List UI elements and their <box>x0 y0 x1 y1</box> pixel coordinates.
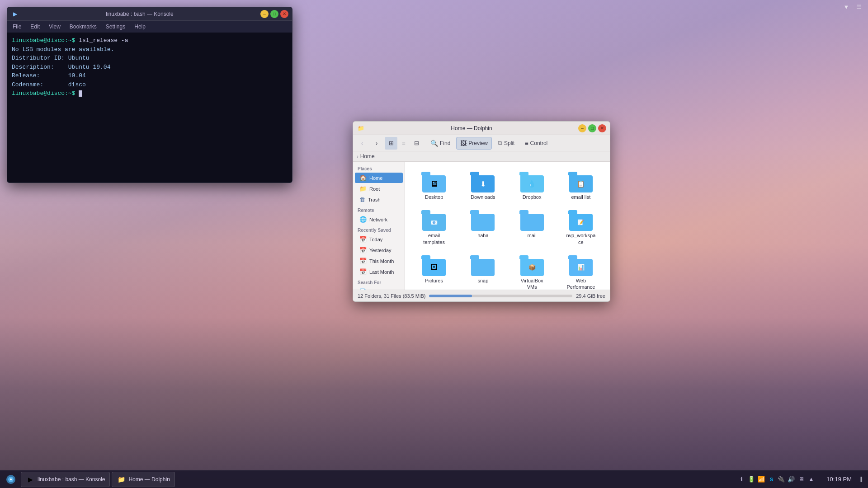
file-item-desktop[interactable]: 🖥 Desktop <box>410 167 458 204</box>
sidebar-item-lastmonth[interactable]: 📅 Last Month <box>355 267 403 277</box>
terminal-maximize-btn[interactable]: □ <box>270 10 278 18</box>
terminal-window: ▶ linuxbabe : bash — Konsole – □ ✕ File … <box>7 7 292 183</box>
preview-icon: 🖼 <box>460 140 467 147</box>
sidebar-item-yesterday[interactable]: 📅 Yesterday <box>355 245 403 255</box>
control-btn[interactable]: ≡ Control <box>520 137 552 150</box>
file-item-snap[interactable]: snap <box>459 251 506 290</box>
konsole-label: linuxbabe : bash — Konsole <box>38 476 105 483</box>
sidebar-item-root[interactable]: 📁 Root <box>355 183 403 194</box>
file-name-pictures: Pictures <box>425 277 443 284</box>
sidebar-today-label: Today <box>369 237 382 242</box>
sidebar-item-network[interactable]: 🌐 Network <box>355 214 403 225</box>
dolphin-minimize-btn[interactable]: – <box>578 124 586 132</box>
tray-battery-icon[interactable]: 🔋 <box>747 475 755 483</box>
tray-network-icon[interactable]: 📶 <box>757 475 765 483</box>
taskbar-left: ▶ linuxbabe : bash — Konsole 📁 Home — Do… <box>3 472 175 487</box>
file-item-haha[interactable]: haha <box>459 206 506 249</box>
file-name-haha: haha <box>477 232 488 239</box>
folder-icon-pictures: 🖼 <box>421 254 447 276</box>
file-item-emailtemplates[interactable]: 📧 email templates <box>410 206 458 249</box>
terminal-output[interactable]: linuxbabe@disco:~$ lsl_release -a No LSB… <box>7 33 292 183</box>
taskbar: ▶ linuxbabe : bash — Konsole 📁 Home — Do… <box>0 470 868 488</box>
dolphin-taskbar-icon: 📁 <box>117 475 126 484</box>
find-btn[interactable]: 🔍 Find <box>426 137 454 150</box>
folder-icon-snap <box>470 254 495 276</box>
folder-icon-emaillist: 📋 <box>568 171 594 192</box>
view-compact-btn[interactable]: ⊟ <box>410 137 423 150</box>
nav-back-btn[interactable]: ‹ <box>356 137 368 150</box>
terminal-title: linuxbabe : bash — Konsole <box>22 11 258 17</box>
file-name-desktop: Desktop <box>425 194 443 200</box>
taskbar-clock[interactable]: 10:19 PM <box>822 476 856 483</box>
dolphin-body: Places 🏠 Home 📁 Root 🗑 Trash Remote 🌐 Ne… <box>353 162 610 290</box>
file-item-dropbox[interactable]: 💧 Dropbox <box>509 167 556 204</box>
file-name-virtualbox: VirtualBox VMs <box>516 277 548 290</box>
view-mode-btns: ⊞ ≡ ⊟ <box>385 137 423 150</box>
terminal-menu-file[interactable]: File <box>11 23 23 31</box>
sidebar-places-label: Places <box>353 164 405 172</box>
statusbar-text: 12 Folders, 31 Files (83.5 MiB) <box>358 293 425 299</box>
terminal-menu-bookmarks[interactable]: Bookmarks <box>68 23 99 31</box>
terminal-menu-edit[interactable]: Edit <box>28 23 42 31</box>
dolphin-close-btn[interactable]: ✕ <box>598 124 606 132</box>
view-details-btn[interactable]: ≡ <box>397 137 410 150</box>
sidebar-item-documents[interactable]: 📄 Documents <box>355 286 403 290</box>
file-item-webperformance[interactable]: 📊 Web Performance <box>557 251 604 290</box>
taskbar-start-btn[interactable] <box>3 472 19 487</box>
terminal-menu-settings[interactable]: Settings <box>104 23 127 31</box>
sidebar-lastmonth-label: Last Month <box>369 269 394 275</box>
sidebar-item-trash[interactable]: 🗑 Trash <box>355 194 403 205</box>
dolphin-window-controls: – □ ✕ <box>578 124 606 132</box>
terminal-icon: ▶ <box>11 10 19 18</box>
taskbar-konsole-app[interactable]: ▶ linuxbabe : bash — Konsole <box>21 472 110 487</box>
tray-volume-icon[interactable]: 🔊 <box>787 475 795 483</box>
file-item-pictures[interactable]: 🖼 Pictures <box>410 251 458 290</box>
file-name-emailtemplates: email templates <box>418 232 450 245</box>
folder-icon-downloads: ⬇ <box>470 171 495 192</box>
breadcrumb-arrow: › <box>357 154 359 159</box>
sidebar-searchfor-label: Search For <box>353 277 405 286</box>
file-grid: 🖥 Desktop ⬇ Downloads <box>409 165 606 290</box>
file-item-emaillist[interactable]: 📋 email list <box>557 167 604 204</box>
file-name-mail: mail <box>528 232 537 239</box>
taskbar-show-desktop[interactable]: ▌ <box>859 472 865 487</box>
folder-icon-haha <box>470 209 495 231</box>
tray-skype-icon[interactable]: S <box>767 475 775 483</box>
sidebar-item-today[interactable]: 📅 Today <box>355 234 403 244</box>
file-name-snap: snap <box>477 277 488 284</box>
tray-network2-icon[interactable]: 🔌 <box>777 475 785 483</box>
svg-point-2 <box>10 479 12 480</box>
network-icon: 🌐 <box>359 216 367 223</box>
lastmonth-icon: 📅 <box>359 268 367 275</box>
sidebar-trash-label: Trash <box>368 197 381 202</box>
breadcrumb-home[interactable]: Home <box>360 153 375 160</box>
tray-display-icon[interactable]: 🖥 <box>797 475 805 483</box>
dolphin-maximize-btn[interactable]: □ <box>588 124 596 132</box>
dolphin-file-area[interactable]: 🖥 Desktop ⬇ Downloads <box>405 162 610 290</box>
statusbar-fill <box>429 295 472 297</box>
tray-expand-icon[interactable]: ▲ <box>807 475 815 483</box>
yesterday-icon: 📅 <box>359 247 367 253</box>
nav-forward-btn[interactable]: › <box>370 137 383 150</box>
file-item-virtualbox[interactable]: 📦 VirtualBox VMs <box>509 251 556 290</box>
taskbar-right: ℹ 🔋 📶 S 🔌 🔊 🖥 ▲ 10:19 PM ▌ <box>734 472 865 487</box>
desktop-menu[interactable]: ☰ <box>854 1 864 12</box>
sidebar-item-home[interactable]: 🏠 Home <box>355 173 403 183</box>
terminal-minimize-btn[interactable]: – <box>260 10 269 18</box>
kde-logo <box>5 474 16 485</box>
file-item-downloads[interactable]: ⬇ Downloads <box>459 167 506 204</box>
taskbar-dolphin-app[interactable]: 📁 Home — Dolphin <box>112 472 175 487</box>
terminal-menu-help[interactable]: Help <box>132 23 147 31</box>
view-icons-btn[interactable]: ⊞ <box>385 137 397 150</box>
preview-btn[interactable]: 🖼 Preview <box>456 137 492 150</box>
file-item-mail[interactable]: mail <box>509 206 556 249</box>
file-item-nvpworkspace[interactable]: 📝 nvp_workspace <box>557 206 604 249</box>
desktop-minimize-all[interactable]: ▼ <box>841 1 852 12</box>
folder-icon-desktop: 🖥 <box>421 171 447 192</box>
terminal-close-btn[interactable]: ✕ <box>280 10 288 18</box>
terminal-menu-view[interactable]: View <box>47 23 62 31</box>
tray-info-icon[interactable]: ℹ <box>737 475 745 483</box>
split-btn[interactable]: ⧉ Split <box>494 137 519 150</box>
control-icon: ≡ <box>524 140 528 147</box>
sidebar-item-thismonth[interactable]: 📅 This Month <box>355 256 403 266</box>
